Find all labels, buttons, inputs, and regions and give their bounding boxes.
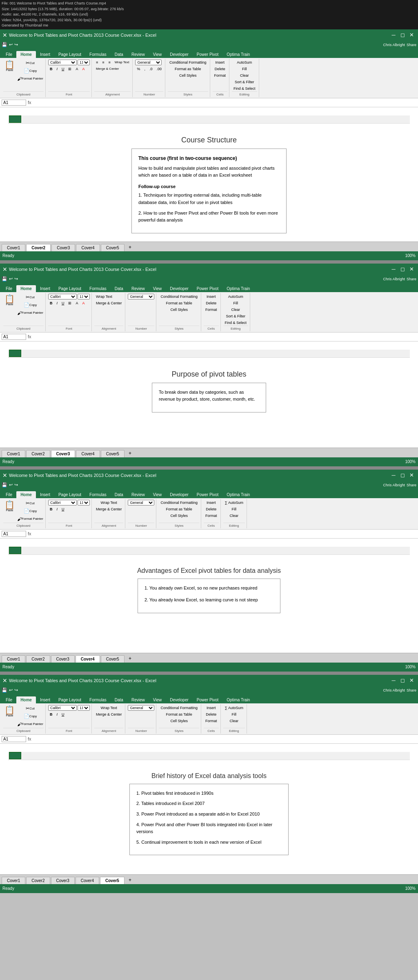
- number-format-select-1[interactable]: General: [135, 60, 162, 65]
- cut-btn-3[interactable]: ✂ Cut: [17, 500, 44, 507]
- selected-cell-a1-3[interactable]: [9, 547, 21, 554]
- underline-btn-2[interactable]: U: [60, 300, 66, 306]
- name-box-2[interactable]: [2, 334, 26, 340]
- font-color-btn-1[interactable]: A: [80, 66, 86, 72]
- font-name-select-2[interactable]: Calibri: [48, 294, 77, 299]
- sheet-tab-cover3-2[interactable]: Cover3: [51, 450, 76, 457]
- tab-powerpivot-4[interactable]: Power Pivot: [193, 696, 222, 703]
- format-cells-btn-1[interactable]: Format: [213, 73, 228, 78]
- add-sheet-btn-3[interactable]: +: [125, 654, 135, 663]
- autosum-btn-3[interactable]: ∑ AutoSum: [223, 500, 245, 506]
- bold-btn-3[interactable]: B: [48, 506, 54, 512]
- underline-btn-1[interactable]: U: [60, 66, 66, 72]
- copy-btn-1[interactable]: 📄 Copy: [17, 67, 44, 75]
- tab-optima-3[interactable]: Optima Train: [222, 491, 254, 498]
- qa-undo-icon[interactable]: ↩: [9, 42, 13, 47]
- tab-powerpivot-2[interactable]: Power Pivot: [193, 285, 222, 292]
- clear-btn-2[interactable]: Clear: [223, 307, 249, 313]
- sheet-tab-cover1-4[interactable]: Cover1: [2, 877, 25, 884]
- number-format-select-4[interactable]: General: [128, 705, 154, 711]
- close-btn-2[interactable]: ✕: [407, 265, 416, 273]
- qa-save-icon-3[interactable]: 💾: [2, 482, 7, 488]
- font-color-btn-2[interactable]: A: [80, 300, 86, 306]
- qa-save-icon-4[interactable]: 💾: [2, 687, 7, 693]
- tab-view-1[interactable]: View: [149, 51, 166, 58]
- minimize-btn-1[interactable]: ─: [389, 31, 398, 39]
- qa-save-icon[interactable]: 💾: [2, 42, 7, 47]
- selected-cell-a1-1[interactable]: [9, 115, 21, 123]
- tab-pagelayout-3[interactable]: Page Layout: [54, 491, 85, 498]
- sheet-tab-cover5-4[interactable]: Cover5: [100, 877, 125, 884]
- qa-undo-icon-3[interactable]: ↩: [9, 482, 13, 488]
- wrap-text-btn-2[interactable]: Wrap Text: [94, 294, 114, 299]
- find-select-btn-2[interactable]: Find & Select: [223, 320, 249, 326]
- find-select-btn-1[interactable]: Find & Select: [232, 86, 257, 91]
- insert-cells-btn-4[interactable]: Insert: [204, 705, 219, 711]
- wrap-text-btn-1[interactable]: Wrap Text: [113, 60, 131, 65]
- minimize-btn-2[interactable]: ─: [389, 265, 398, 273]
- tab-optima-2[interactable]: Optima Train: [222, 285, 254, 292]
- merge-center-btn-2[interactable]: Merge & Center: [94, 300, 124, 306]
- tab-review-2[interactable]: Review: [127, 285, 149, 292]
- paste-btn-4[interactable]: 📋 Paste: [3, 705, 16, 718]
- add-sheet-btn-1[interactable]: +: [125, 243, 135, 251]
- underline-btn-3[interactable]: U: [60, 506, 66, 512]
- title-bar-controls-4[interactable]: ─ ◻ ✕: [389, 676, 416, 685]
- fill-btn-2[interactable]: Fill: [223, 300, 249, 306]
- qa-redo-icon-2[interactable]: ↪: [14, 276, 18, 282]
- tab-optima-4[interactable]: Optima Train: [222, 696, 254, 703]
- format-as-table-btn-3[interactable]: Format as Table: [159, 506, 199, 512]
- dec-inc-btn-1[interactable]: .0: [148, 66, 154, 72]
- tab-view-2[interactable]: View: [149, 285, 166, 292]
- underline-btn-4[interactable]: U: [60, 712, 66, 717]
- selected-cell-a1-2[interactable]: [9, 350, 21, 357]
- title-bar-controls-3[interactable]: ─ ◻ ✕: [389, 471, 416, 479]
- italic-btn-3[interactable]: I: [55, 506, 59, 512]
- add-sheet-btn-2[interactable]: +: [125, 449, 135, 457]
- selected-cell-a1-4[interactable]: [9, 752, 21, 759]
- tab-formulas-1[interactable]: Formulas: [85, 51, 111, 58]
- formula-input-2[interactable]: [33, 334, 416, 339]
- conditional-formatting-btn-4[interactable]: Conditional Formatting: [159, 705, 199, 711]
- tab-home-1[interactable]: Home: [16, 51, 36, 58]
- clear-btn-4[interactable]: Clear: [223, 718, 245, 724]
- sheet-tab-cover5-3[interactable]: Cover5: [101, 655, 125, 663]
- tab-view-3[interactable]: View: [149, 491, 166, 498]
- restore-btn-2[interactable]: ◻: [398, 265, 407, 273]
- share-btn-2[interactable]: Share: [407, 277, 416, 281]
- delete-cells-btn-3[interactable]: Delete: [204, 506, 219, 512]
- merge-center-btn-3[interactable]: Merge & Center: [94, 506, 124, 512]
- close-btn-1[interactable]: ✕: [407, 31, 416, 39]
- cut-btn-1[interactable]: ✂ Cut: [17, 60, 44, 67]
- fill-btn-3[interactable]: Fill: [223, 506, 245, 512]
- sheet-tab-cover3-1[interactable]: Cover3: [51, 244, 75, 251]
- title-bar-controls-2[interactable]: ─ ◻ ✕: [389, 265, 416, 273]
- pct-btn-1[interactable]: %: [135, 66, 142, 72]
- format-as-table-btn-1[interactable]: Format as Table: [168, 66, 208, 72]
- sheet-tab-cover2-2[interactable]: Cover2: [26, 450, 50, 457]
- cell-styles-btn-4[interactable]: Cell Styles: [159, 718, 199, 724]
- tab-data-3[interactable]: Data: [111, 491, 127, 498]
- align-left-btn-1[interactable]: ≡: [94, 60, 100, 65]
- share-btn-3[interactable]: Share: [407, 483, 416, 487]
- tab-review-3[interactable]: Review: [127, 491, 149, 498]
- clear-btn-1[interactable]: Clear: [232, 73, 257, 78]
- format-painter-btn-3[interactable]: 🖌 Format Painter: [17, 515, 44, 523]
- sort-filter-btn-1[interactable]: Sort & Filter: [232, 79, 257, 85]
- tab-pagelayout-4[interactable]: Page Layout: [54, 696, 85, 703]
- format-as-table-btn-4[interactable]: Format as Table: [159, 712, 199, 717]
- italic-btn-2[interactable]: I: [55, 300, 59, 306]
- sheet-tab-cover5-1[interactable]: Cover5: [101, 244, 125, 251]
- tab-pagelayout-1[interactable]: Page Layout: [54, 51, 85, 58]
- wrap-text-btn-4[interactable]: Wrap Text: [94, 705, 124, 711]
- sheet-tab-cover4-1[interactable]: Cover4: [76, 244, 100, 251]
- tab-data-2[interactable]: Data: [111, 285, 127, 292]
- formula-input-3[interactable]: [33, 531, 416, 536]
- sheet-tab-cover2-3[interactable]: Cover2: [26, 655, 50, 663]
- dec-dec-btn-1[interactable]: .00: [155, 66, 163, 72]
- comma-btn-1[interactable]: ,: [142, 66, 147, 72]
- formula-input-4[interactable]: [33, 736, 416, 741]
- format-painter-btn-1[interactable]: 🖌 Format Painter: [17, 75, 44, 82]
- insert-cells-btn-1[interactable]: Insert: [213, 60, 228, 65]
- qa-undo-icon-2[interactable]: ↩: [9, 276, 13, 282]
